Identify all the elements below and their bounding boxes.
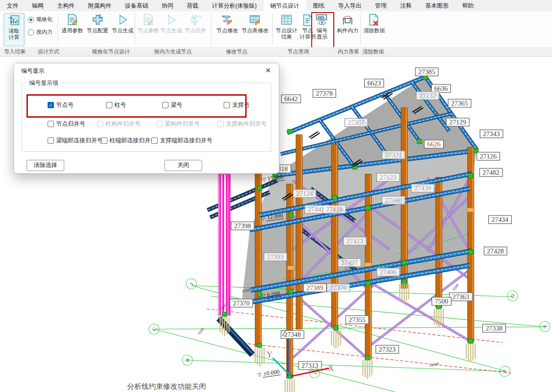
node-label: 27363 <box>449 293 473 301</box>
ribbon-tab-bar: 文件轴网主构件附属构件设备基础协同荷载计算分析(体验版)钢节点设计图纸导入导出管… <box>0 0 552 11</box>
group-label-force-node-generate: 按内力生成节点 <box>154 48 192 56</box>
node-label: 27365 <box>448 99 471 108</box>
tab-13[interactable]: 注释 <box>393 0 419 11</box>
radio-selected-icon <box>28 17 34 23</box>
node-label: 27123 <box>376 173 400 182</box>
design-mode-standard-radio[interactable]: 规格化 <box>28 16 53 23</box>
application-window: 2738566232737866426636273652712927343271… <box>0 0 552 392</box>
checkbox-column-end-merge-number[interactable]: 柱端部连接归并号 <box>101 137 156 145</box>
model-viewport[interactable]: 2738566232737866426636273652712927343271… <box>0 0 552 392</box>
node-label: 27378 <box>313 89 336 98</box>
tab-2[interactable]: 轴网 <box>25 0 50 11</box>
tab-10[interactable]: 图纸 <box>306 0 331 11</box>
node-label: 27370 <box>230 299 253 308</box>
axis-letter-x: X <box>328 364 334 373</box>
node-label: 27338 <box>482 324 506 333</box>
design-mode-force-radio[interactable]: 按内力 <box>28 28 53 36</box>
node-label: 27428 <box>484 247 507 255</box>
tab-6[interactable]: 协同 <box>155 0 180 11</box>
table-pencil-icon <box>248 13 262 27</box>
node-label: 27126 <box>477 152 500 161</box>
dialog-title: 编号显示 <box>21 67 44 75</box>
checkbox-node-merge-number[interactable]: 节点归并号 <box>48 120 85 128</box>
node-label: 27385 <box>415 68 438 76</box>
node-table-modify-button[interactable]: 节点表修改 <box>240 13 270 34</box>
checkbox-brace-end-merge-number[interactable]: 支撑端部连接归并号 <box>151 137 212 145</box>
node-label: 27497 <box>338 259 361 267</box>
member-force-icon <box>341 13 354 27</box>
ribbon-toolbar: 读取 计算 规格化 按内力 通用参数 节点配置 <box>0 11 552 47</box>
radio-unselected-icon <box>28 29 34 35</box>
tab-5[interactable]: 设备基础 <box>118 0 155 11</box>
read-calc-button[interactable]: 读取 计算 <box>4 13 24 46</box>
design-mode-force-label: 按内力 <box>36 28 53 36</box>
tab-7[interactable]: 荷载 <box>180 0 205 11</box>
node-merge-disabled-button: G1G2 节点归并 <box>182 13 208 34</box>
tab-3[interactable]: 主构件 <box>50 0 81 11</box>
node-label: 27331 <box>382 151 405 159</box>
number-display-dialog: 编号显示 ✕ 编号显示项 ✓ 节点号 柱号 梁号 支撑号 节点归并号 柱构件归并… <box>13 63 279 174</box>
checkbox-beam-end-merge-number[interactable]: 梁端部连接归并号 <box>48 137 103 145</box>
node-modify-button[interactable]: 节点修改 <box>215 13 240 34</box>
play-triangle-icon <box>116 13 129 27</box>
node-label: 27323 <box>375 345 399 354</box>
close-button[interactable]: 关闭 <box>164 160 202 171</box>
checkbox-node-merge-number-label: 节点归并号 <box>56 120 85 128</box>
node-params-disabled-button: 节点参数 <box>137 13 160 34</box>
node-label: 27160 <box>382 196 405 205</box>
checkbox-unchecked-icon <box>151 137 158 144</box>
result-table-icon <box>280 13 293 27</box>
checkbox-beam-member-merge-number: 梁构件归并号 <box>156 120 200 128</box>
node-label: 7500 <box>432 297 451 306</box>
node-modify-label: 节点修改 <box>216 27 238 34</box>
tab-4[interactable]: 附属构件 <box>81 0 118 11</box>
checkbox-disabled-icon <box>156 121 163 127</box>
checkbox-column-member-merge-number: 柱构件归并号 <box>97 120 141 128</box>
read-calc-label-1: 读取 <box>9 28 19 34</box>
tab-14[interactable]: 基本图形 <box>419 0 455 11</box>
group-label-modify-node: 修改节点 <box>226 48 247 56</box>
checkbox-beam-end-merge-label: 梁端部连接归并号 <box>56 137 103 145</box>
node-label: 27439 <box>411 184 434 193</box>
clear-selection-button[interactable]: 清除选择 <box>26 160 64 171</box>
row-highlight-box <box>26 94 247 118</box>
node-design-result-button[interactable]: 节点设计 结果 <box>275 13 298 40</box>
checkbox-brace-member-merge-number: 支撑构件归并号 <box>217 120 267 128</box>
tab-1[interactable]: 文件 <box>0 0 25 11</box>
close-icon[interactable]: ✕ <box>264 66 273 75</box>
node-label: 27129 <box>446 118 469 127</box>
common-params-button[interactable]: 通用参数 <box>60 13 84 34</box>
node-table-modify-label: 节点表修改 <box>242 27 269 34</box>
node-label: 27357 <box>344 119 368 127</box>
document-pencil-icon-disabled <box>141 13 155 27</box>
clear-data-button[interactable]: 清除数据 <box>362 13 386 34</box>
checkbox-brace-member-merge-label: 支撑构件归并号 <box>226 120 267 128</box>
node-label: 27124 <box>293 189 316 198</box>
node-config-button[interactable]: 节点配置 <box>85 13 110 34</box>
node-label: 6623 <box>364 79 384 88</box>
node-merge-disabled-label: 节点归并 <box>185 27 206 34</box>
node-label: 27413 <box>343 237 367 246</box>
tab-12[interactable]: 管理 <box>368 0 393 11</box>
common-params-label: 通用参数 <box>62 27 83 34</box>
ibeam-pencil-icon <box>221 13 234 27</box>
group-label-force-view: 内力查看 <box>338 48 359 56</box>
node-label: 27419 <box>322 205 346 214</box>
number-display-highlight-box <box>311 12 334 49</box>
tab-11[interactable]: 导入导出 <box>331 0 368 11</box>
node-generate-disabled-label: 节点生成 <box>160 27 182 34</box>
clear-data-label: 清除数据 <box>363 27 385 34</box>
checkbox-column-end-merge-label: 柱端部连接归并号 <box>110 137 156 145</box>
member-force-button[interactable]: 构件内力 <box>336 13 359 34</box>
tab-8[interactable]: 计算分析(体验版) <box>205 0 264 11</box>
node-params-disabled-label: 节点参数 <box>137 27 159 34</box>
group-label-clear-data: 清除数据 <box>362 48 384 56</box>
tab-9[interactable]: 钢节点设计 <box>264 0 306 11</box>
checkbox-unchecked-icon <box>101 137 107 144</box>
node-generate-button[interactable]: 节点生成 <box>110 13 135 34</box>
tab-15[interactable]: 帮助 <box>455 0 481 11</box>
play-triangle-icon-disabled <box>164 13 178 27</box>
design-mode-standard-label: 规格化 <box>36 16 53 23</box>
g1-text: G1 <box>198 15 202 18</box>
group-label-design-mode: 设计方式 <box>38 48 59 56</box>
